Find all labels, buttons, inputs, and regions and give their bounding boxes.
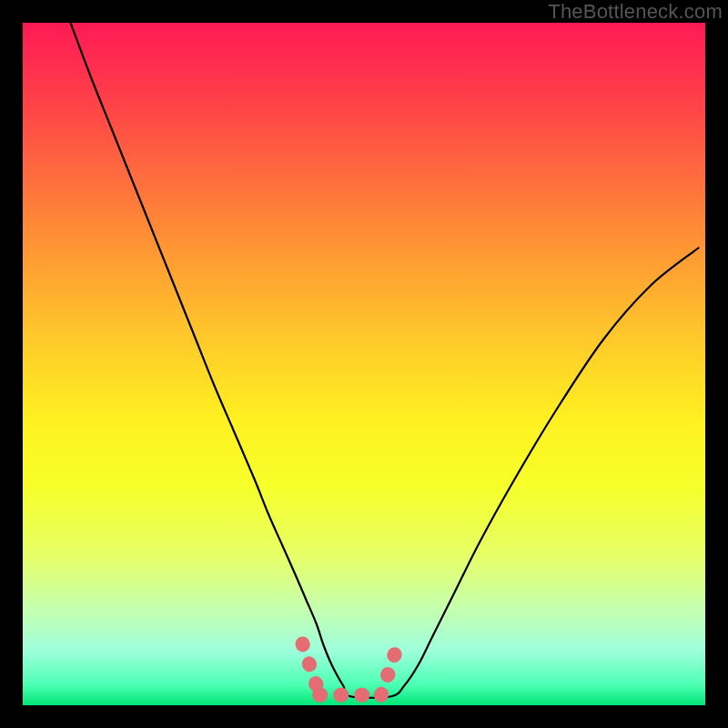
watermark-text: TheBottleneck.com [548,0,723,24]
chart-frame: TheBottleneck.com [0,0,728,728]
curve-overlay [23,23,705,705]
marker-segment [303,644,320,695]
marker-segment [381,644,399,695]
plot-area [23,23,705,705]
bottleneck-curve [71,23,699,698]
highlight-markers [303,644,399,695]
